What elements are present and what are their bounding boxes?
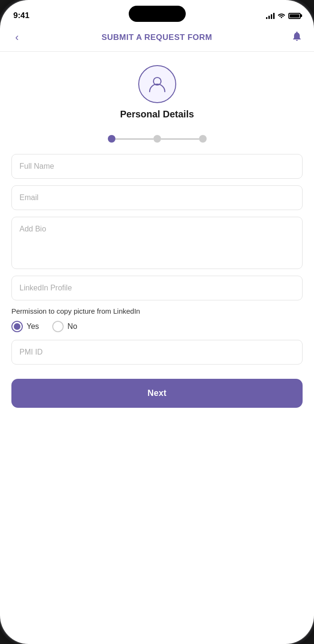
email-input[interactable] [11,185,303,210]
back-button[interactable]: ‹ [11,29,22,46]
status-icons [266,12,301,19]
signal-icon [266,12,275,19]
radio-yes-label: Yes [27,322,39,331]
battery-icon [288,13,301,19]
pmi-id-input[interactable] [11,340,303,365]
radio-yes-button[interactable] [11,321,23,332]
radio-yes-inner [14,323,20,330]
full-name-input[interactable] [11,154,303,179]
step-line-2 [161,138,199,140]
next-button[interactable]: Next [11,379,303,408]
bio-textarea[interactable] [11,217,303,269]
step-1-dot [108,135,115,143]
radio-no-label: No [67,322,77,331]
radio-no-option[interactable]: No [52,321,77,332]
dynamic-island [129,6,186,22]
permission-radio-group: Yes No [11,321,303,332]
header-title: SUBMIT A REQUEST FORM [102,33,212,42]
step-2-dot [153,135,161,143]
status-time: 9:41 [13,11,29,20]
notification-bell-icon[interactable] [291,30,303,45]
avatar-circle [138,65,176,103]
step-3-dot [199,135,207,143]
progress-stepper [11,135,303,143]
avatar-section: Personal Details [11,52,303,135]
phone-shell: 9:41 [0,0,314,644]
radio-yes-option[interactable]: Yes [11,321,39,332]
app-header: ‹ SUBMIT A REQUEST FORM [0,25,314,52]
section-title: Personal Details [120,109,194,120]
content-area: Personal Details Permission to copy pict… [0,52,314,644]
wifi-icon [277,12,285,19]
phone-screen: 9:41 [0,0,314,644]
step-line-1 [115,138,153,140]
linkedin-input[interactable] [11,276,303,300]
permission-label: Permission to copy picture from LinkedIn [11,307,303,315]
radio-no-button[interactable] [52,321,64,332]
safe-area [11,408,303,417]
